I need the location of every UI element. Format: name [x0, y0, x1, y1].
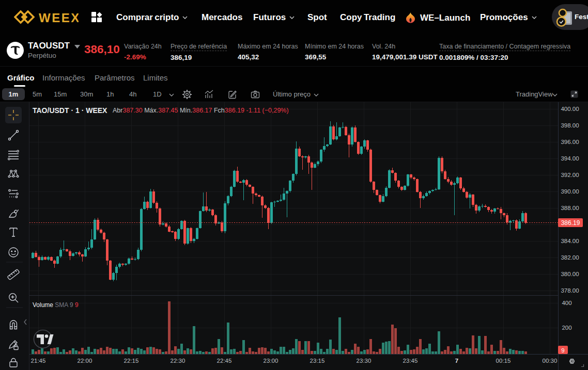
- svg-text:21:45: 21:45: [31, 358, 46, 364]
- svg-text:382.00: 382.00: [561, 254, 579, 261]
- svg-text:384.00: 384.00: [561, 238, 579, 244]
- svg-text:378.00: 378.00: [561, 287, 579, 294]
- svg-text:00:30: 00:30: [543, 358, 558, 364]
- svg-text:400: 400: [562, 300, 571, 306]
- svg-text:22:30: 22:30: [171, 358, 185, 364]
- svg-text:00:15: 00:15: [496, 358, 511, 364]
- svg-text:200: 200: [562, 325, 571, 331]
- svg-text:22:45: 22:45: [217, 358, 232, 364]
- svg-text:22:00: 22:00: [78, 358, 92, 364]
- svg-text:Abr387.30 Máx.387.45 Mín.386: Abr387.30 Máx.387.45 Mín.386.17 Fch386.1…: [113, 107, 289, 114]
- svg-text:23:45: 23:45: [403, 358, 418, 364]
- svg-text:392.00: 392.00: [561, 172, 579, 178]
- svg-text:TAO/USDT · 1 · WEEX: TAO/USDT · 1 · WEEX: [33, 106, 107, 115]
- svg-text:390.00: 390.00: [561, 188, 579, 195]
- svg-text:9: 9: [561, 347, 564, 353]
- svg-text:380.00: 380.00: [561, 271, 579, 277]
- svg-text:23:30: 23:30: [357, 358, 372, 364]
- svg-text:23:15: 23:15: [310, 358, 325, 364]
- svg-text:Volume SMA 9 9: Volume SMA 9 9: [33, 301, 79, 309]
- svg-text:386.19: 386.19: [561, 219, 580, 227]
- svg-text:7: 7: [455, 358, 458, 364]
- svg-text:388.00: 388.00: [561, 205, 579, 211]
- svg-text:WEEX: WEEX: [39, 11, 79, 25]
- svg-text:22:15: 22:15: [124, 358, 139, 364]
- svg-text:394.00: 394.00: [561, 155, 579, 162]
- svg-text:23:00: 23:00: [264, 358, 278, 364]
- svg-text:398.00: 398.00: [561, 122, 579, 128]
- svg-text:396.00: 396.00: [561, 139, 579, 145]
- svg-text:400.00: 400.00: [561, 106, 579, 112]
